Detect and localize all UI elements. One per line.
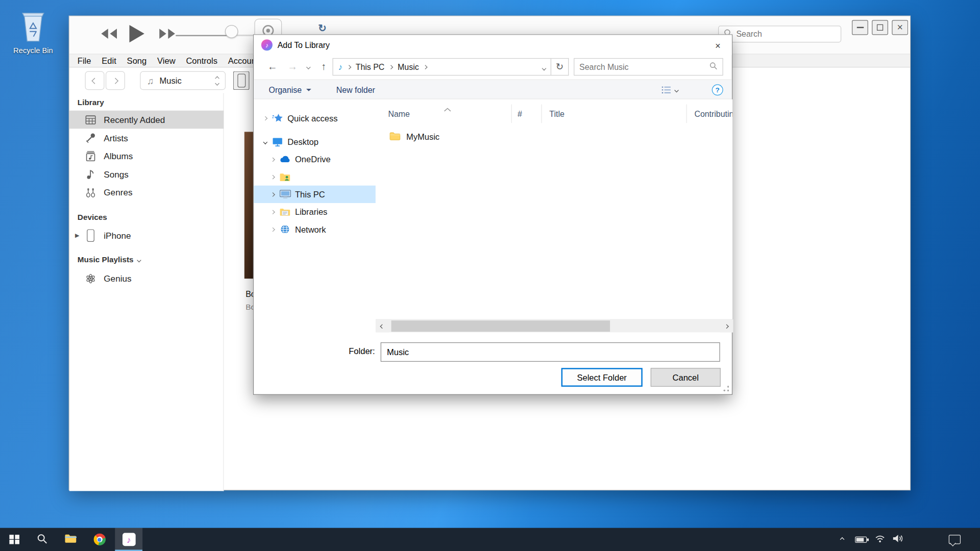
recycle-bin-label: Recycle Bin [9, 46, 58, 55]
arrow-left-icon: ← [267, 61, 278, 72]
tray-show-hidden-icons[interactable] [834, 528, 850, 551]
menu-view[interactable]: View [157, 56, 176, 65]
menu-edit[interactable]: Edit [102, 56, 116, 65]
sidebar-item-artists[interactable]: Artists [69, 129, 224, 147]
itunes-taskbar-button[interactable]: ♪ [115, 528, 142, 551]
sidebar-item-albums[interactable]: Albums [69, 147, 224, 165]
taskbar-search-button[interactable] [29, 528, 55, 551]
sidebar-item-iphone[interactable]: ▶ iPhone [69, 226, 224, 244]
file-explorer-button[interactable] [58, 528, 84, 551]
tree-label: Quick access [287, 113, 337, 122]
breadcrumb-this-pc[interactable]: This PC [356, 62, 385, 71]
nav-back-button[interactable]: ← [264, 58, 281, 76]
microphone-icon [84, 132, 96, 143]
tree-item-libraries[interactable]: Libraries [254, 203, 376, 220]
back-button[interactable] [85, 71, 105, 90]
song-note-icon [84, 168, 96, 180]
select-folder-button[interactable]: Select Folder [561, 368, 643, 387]
address-bar[interactable]: ♪ This PC Music [332, 58, 551, 76]
dialog-title-bar[interactable]: ♪ Add To Library [254, 35, 732, 55]
media-kind-label: Music [160, 76, 182, 85]
nav-up-button[interactable]: ↑ [315, 58, 332, 76]
battery-tray-button[interactable] [851, 528, 870, 551]
file-row-mymusic[interactable]: MyMusic [381, 129, 718, 145]
sync-icon[interactable]: ↻ [318, 22, 326, 34]
scrollbar-thumb[interactable] [391, 320, 610, 332]
file-list: Name # Title Contributing artists MyMusi… [376, 99, 732, 319]
folder-name-input[interactable] [381, 342, 720, 362]
recycle-bin[interactable]: Recycle Bin [9, 8, 58, 55]
chevron-right-icon[interactable] [267, 210, 278, 213]
tree-item-onedrive[interactable]: OneDrive [254, 151, 376, 168]
tree-item-network[interactable]: Network [254, 220, 376, 238]
nav-recent-dropdown[interactable] [303, 58, 314, 76]
refresh-button[interactable]: ↻ [551, 58, 569, 76]
chevron-right-icon[interactable] [267, 193, 278, 196]
menu-song[interactable]: Song [127, 56, 147, 65]
quick-access-icon [270, 113, 285, 123]
sidebar-item-genius[interactable]: Genius [69, 269, 224, 288]
organise-button[interactable]: Organise [269, 80, 311, 100]
chevron-right-icon[interactable] [267, 228, 278, 231]
notification-bubble-icon [948, 535, 960, 544]
chevron-up-icon [840, 537, 844, 542]
cancel-button[interactable]: Cancel [651, 368, 721, 387]
view-mode-button[interactable] [662, 83, 678, 97]
chevron-right-icon[interactable] [267, 175, 278, 178]
rewind-button[interactable] [101, 28, 117, 41]
maximize-button[interactable] [872, 20, 888, 35]
sidebar-item-songs[interactable]: Songs [69, 165, 224, 183]
dialog-search-box[interactable] [574, 58, 723, 76]
volume-tray-button[interactable] [889, 528, 908, 551]
chevron-right-icon[interactable] [260, 116, 270, 119]
play-button[interactable] [129, 24, 145, 45]
horizontal-scrollbar[interactable] [376, 319, 733, 333]
wifi-icon [875, 535, 885, 545]
tree-item-quick-access[interactable]: Quick access [254, 109, 376, 127]
column-header-number[interactable]: # [512, 104, 542, 123]
start-button[interactable] [0, 528, 29, 551]
column-header-title[interactable]: Title [542, 104, 687, 123]
dialog-search-input[interactable] [579, 62, 705, 71]
help-button[interactable]: ? [712, 84, 723, 95]
nav-forward-button[interactable]: → [284, 58, 301, 76]
action-center-button[interactable] [944, 528, 965, 551]
recycle-bin-icon [19, 34, 47, 44]
playlists-header-label: Music Playlists [78, 256, 134, 264]
minimize-button[interactable] [852, 20, 868, 35]
expand-triangle-icon[interactable]: ▶ [75, 232, 79, 238]
file-name: MyMusic [406, 132, 439, 141]
chevron-right-icon[interactable] [267, 158, 278, 161]
device-button[interactable] [233, 71, 250, 90]
battery-icon [854, 536, 866, 542]
volume-slider-knob[interactable] [225, 25, 238, 38]
forward-nav-button[interactable] [106, 71, 125, 90]
new-folder-button[interactable]: New folder [336, 80, 375, 100]
chrome-button[interactable] [86, 528, 112, 551]
dialog-close-button[interactable]: × [704, 35, 732, 55]
network-tray-button[interactable] [871, 528, 889, 551]
tree-label: Libraries [295, 207, 327, 216]
sidebar-item-recently-added[interactable]: Recently Added [69, 111, 224, 129]
breadcrumb-music[interactable]: Music [398, 62, 419, 71]
itunes-search-input[interactable] [736, 30, 846, 39]
tree-item-user-folder[interactable] [254, 168, 376, 185]
media-kind-picker[interactable]: ♫ Music [140, 71, 226, 90]
column-header-name[interactable]: Name [381, 104, 512, 123]
scroll-right-button[interactable] [720, 320, 733, 332]
menu-controls[interactable]: Controls [186, 56, 217, 65]
rewind-icon [101, 28, 117, 39]
itunes-search-box[interactable] [718, 26, 841, 42]
chevron-down-icon[interactable] [137, 258, 141, 262]
address-dropdown[interactable] [543, 62, 546, 71]
chevron-expanded-icon[interactable] [260, 140, 270, 143]
resize-grip[interactable] [723, 385, 730, 392]
tree-item-this-pc[interactable]: This PC [254, 186, 376, 203]
forward-button[interactable] [159, 28, 176, 41]
close-button[interactable]: × [892, 20, 908, 35]
tree-item-desktop[interactable]: Desktop [254, 133, 376, 151]
sidebar-item-genres[interactable]: Genres [69, 183, 224, 202]
column-header-contributing[interactable]: Contributing artists [687, 104, 732, 123]
scroll-left-button[interactable] [376, 320, 389, 332]
menu-file[interactable]: File [78, 56, 91, 65]
